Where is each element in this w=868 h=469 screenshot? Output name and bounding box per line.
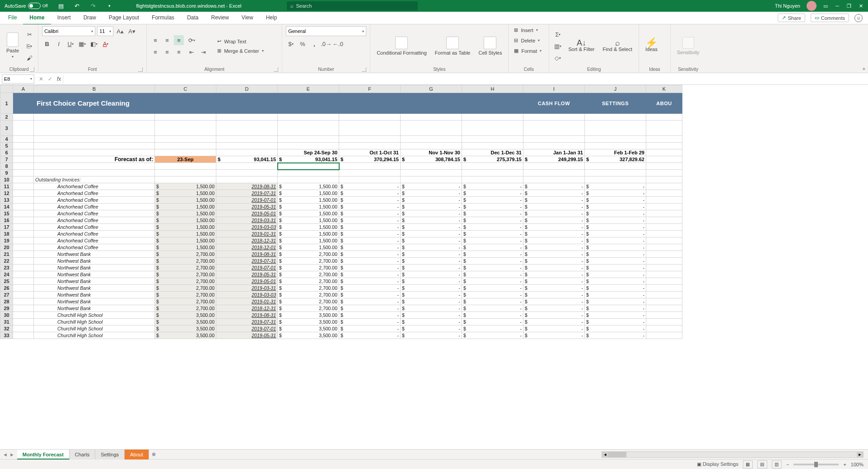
cell[interactable] xyxy=(278,163,339,170)
cell[interactable] xyxy=(646,237,682,244)
align-right-icon[interactable]: ≡ xyxy=(174,47,184,57)
period-amount[interactable]: $- xyxy=(462,265,523,271)
font-size-combo[interactable]: 11▾ xyxy=(97,26,113,36)
cell[interactable] xyxy=(155,114,216,121)
period-amount[interactable]: $- xyxy=(339,204,401,210)
period-amount[interactable]: $1,500.00 xyxy=(278,204,339,210)
period-amount[interactable]: $- xyxy=(585,319,646,325)
menu-tab-page-layout[interactable]: Page Layout xyxy=(103,11,145,25)
cell[interactable] xyxy=(13,312,34,319)
period-amount[interactable]: $3,500.00 xyxy=(278,312,339,319)
period-amount[interactable]: $- xyxy=(401,224,462,231)
period-amount[interactable]: $2,700.00 xyxy=(278,251,339,258)
period-amount[interactable]: $- xyxy=(523,292,585,298)
sheet-tab-charts[interactable]: Charts xyxy=(70,450,95,460)
align-bottom-icon[interactable]: ≡ xyxy=(174,35,184,45)
cell[interactable] xyxy=(646,136,682,143)
cell[interactable] xyxy=(646,149,682,156)
cell[interactable] xyxy=(216,149,278,156)
period-amount[interactable]: $- xyxy=(523,312,585,319)
ideas-button[interactable]: ⚡Ideas xyxy=(643,38,660,54)
borders-icon[interactable]: ▦▾ xyxy=(77,39,87,49)
redo-icon[interactable]: ↷ xyxy=(89,1,98,11)
cell[interactable] xyxy=(13,183,34,190)
period-amount[interactable]: $1,500.00 xyxy=(278,197,339,204)
row-header[interactable]: 19 xyxy=(0,237,13,244)
period-amount[interactable]: $3,500.00 xyxy=(278,319,339,325)
cell[interactable] xyxy=(462,143,523,149)
cell[interactable] xyxy=(339,136,401,143)
period-amount[interactable]: $- xyxy=(339,325,401,332)
invoice-date[interactable]: 2019-05-01 xyxy=(216,278,278,285)
wrap-text-button[interactable]: ↩Wrap Text xyxy=(215,37,266,45)
column-header-D[interactable]: D xyxy=(216,85,278,93)
cell[interactable] xyxy=(523,163,585,170)
period-amount[interactable]: $- xyxy=(462,217,523,224)
italic-button[interactable]: I xyxy=(54,39,64,49)
period-amount[interactable]: $- xyxy=(462,244,523,251)
cell[interactable] xyxy=(339,170,401,176)
period-amount[interactable]: $- xyxy=(523,251,585,258)
client-name[interactable]: Anchorhead Coffee xyxy=(34,190,155,197)
period-amount[interactable]: $3,500.00 xyxy=(278,332,339,339)
cell[interactable] xyxy=(401,170,462,176)
period-amount[interactable]: $- xyxy=(462,197,523,204)
column-header-J[interactable]: J xyxy=(585,85,646,93)
invoice-amount[interactable]: $3,500.00 xyxy=(155,312,216,319)
autosum-icon[interactable]: Σ▾ xyxy=(553,29,563,39)
row-header[interactable]: 1 xyxy=(0,93,13,114)
cell-styles-button[interactable]: Cell Styles xyxy=(476,35,504,57)
select-all-button[interactable] xyxy=(0,85,13,93)
cell[interactable] xyxy=(462,114,523,121)
orientation-icon[interactable]: ⟳▾ xyxy=(187,35,196,45)
period-amount[interactable]: $- xyxy=(523,183,585,190)
comma-format-icon[interactable]: , xyxy=(309,39,319,49)
horizontal-scrollbar[interactable]: ◄ ► xyxy=(602,451,863,458)
cell[interactable] xyxy=(13,176,34,183)
row-header[interactable]: 5 xyxy=(0,143,13,149)
period-amount[interactable]: $1,500.00 xyxy=(278,224,339,231)
period-amount[interactable]: $2,700.00 xyxy=(278,278,339,285)
period-header[interactable]: Dec 1-Dec 31 xyxy=(462,149,523,156)
cell[interactable] xyxy=(646,292,682,298)
name-box[interactable]: E8▾ xyxy=(2,74,34,84)
period-amount[interactable]: $- xyxy=(585,210,646,217)
period-amount[interactable]: $- xyxy=(523,258,585,265)
maximize-icon[interactable]: ❐ xyxy=(846,3,852,9)
avatar[interactable] xyxy=(807,1,817,11)
cell[interactable] xyxy=(646,319,682,325)
client-name[interactable]: Anchorhead Coffee xyxy=(34,224,155,231)
invoice-date[interactable]: 2019-05-31 xyxy=(216,204,278,210)
invoice-amount[interactable]: $1,500.00 xyxy=(155,224,216,231)
period-amount[interactable]: $- xyxy=(585,190,646,197)
period-amount[interactable]: $- xyxy=(523,231,585,237)
zoom-in-button[interactable]: + xyxy=(843,462,846,467)
cell[interactable] xyxy=(646,244,682,251)
period-amount[interactable]: $- xyxy=(585,292,646,298)
cell[interactable] xyxy=(646,204,682,210)
invoice-amount[interactable]: $2,700.00 xyxy=(155,292,216,298)
cell[interactable] xyxy=(13,190,34,197)
period-amount[interactable]: $- xyxy=(339,312,401,319)
cell[interactable] xyxy=(13,278,34,285)
cell[interactable] xyxy=(13,265,34,271)
decrease-indent-icon[interactable]: ⇤ xyxy=(187,47,196,57)
cell[interactable] xyxy=(646,265,682,271)
cell[interactable] xyxy=(401,143,462,149)
invoice-amount[interactable]: $1,500.00 xyxy=(155,204,216,210)
period-amount[interactable]: $- xyxy=(462,305,523,312)
cell[interactable] xyxy=(523,121,585,136)
cell[interactable] xyxy=(462,136,523,143)
scroll-right-icon[interactable]: ► xyxy=(857,452,863,457)
period-amount[interactable]: $- xyxy=(462,210,523,217)
invoice-amount[interactable]: $1,500.00 xyxy=(155,217,216,224)
period-amount[interactable]: $- xyxy=(462,278,523,285)
menu-tab-draw[interactable]: Draw xyxy=(77,11,103,25)
column-header-E[interactable]: E xyxy=(278,85,339,93)
client-name[interactable]: Northwest Bank xyxy=(34,251,155,258)
invoice-amount[interactable]: $3,500.00 xyxy=(155,319,216,325)
period-amount[interactable]: $- xyxy=(401,251,462,258)
period-amount[interactable]: $- xyxy=(401,298,462,305)
cell[interactable] xyxy=(13,244,34,251)
period-amount[interactable]: $- xyxy=(585,298,646,305)
